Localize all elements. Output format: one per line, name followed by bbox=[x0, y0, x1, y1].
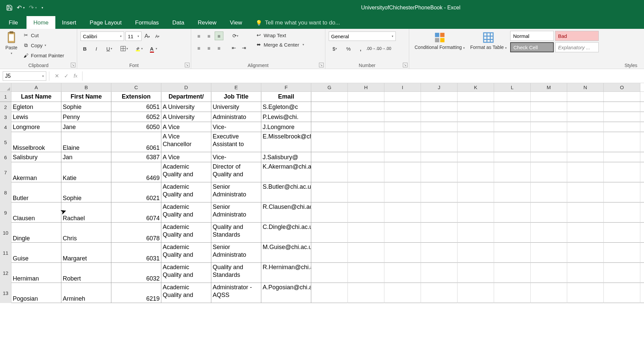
tab-review[interactable]: Review bbox=[191, 16, 223, 29]
row-header[interactable]: 6 bbox=[0, 152, 11, 162]
cell-G12[interactable] bbox=[311, 263, 348, 283]
cell-E7[interactable]: Director of Quality and bbox=[211, 162, 261, 182]
cell-L2[interactable] bbox=[494, 102, 531, 112]
orientation-button[interactable]: ⟳▾ bbox=[229, 32, 241, 40]
cell-K3[interactable] bbox=[458, 112, 494, 122]
cell-L7[interactable] bbox=[494, 162, 531, 182]
col-header-E[interactable]: E bbox=[211, 83, 261, 92]
cell-L10[interactable] bbox=[494, 223, 531, 243]
dialog-launcher-alignment[interactable]: ↘ bbox=[319, 63, 324, 67]
cell-F5[interactable]: E.Misselbrook@chi.ac.uk bbox=[261, 132, 311, 152]
style-bad[interactable]: Bad bbox=[555, 31, 599, 41]
cell-E9[interactable]: Senior Administrato bbox=[211, 202, 261, 223]
cell-K8[interactable] bbox=[458, 182, 494, 202]
cell-H8[interactable] bbox=[348, 182, 384, 202]
cell-M6[interactable] bbox=[531, 152, 567, 162]
cell-M8[interactable] bbox=[531, 182, 567, 202]
col-header-C[interactable]: C bbox=[111, 83, 161, 92]
conditional-formatting-button[interactable]: Conditional Formatting ▾ bbox=[413, 30, 467, 51]
cell-N9[interactable] bbox=[567, 202, 604, 223]
cell-K6[interactable] bbox=[458, 152, 494, 162]
cell-G10[interactable] bbox=[311, 223, 348, 243]
cell-G7[interactable] bbox=[311, 162, 348, 182]
select-all-button[interactable] bbox=[0, 83, 11, 92]
cell-B8[interactable]: Sophie bbox=[61, 182, 111, 202]
cell-J13[interactable] bbox=[421, 283, 458, 303]
cell-A4[interactable]: Longmore bbox=[11, 122, 61, 132]
align-bottom-button[interactable]: ≡ bbox=[215, 32, 223, 40]
col-header-D[interactable]: D bbox=[161, 83, 211, 92]
cell-G9[interactable] bbox=[311, 202, 348, 223]
col-header-M[interactable]: M bbox=[531, 83, 567, 92]
col-header-K[interactable]: K bbox=[458, 83, 494, 92]
cell-N5[interactable] bbox=[567, 132, 604, 152]
cell-C8[interactable]: 6021 bbox=[111, 182, 161, 202]
cell-J1[interactable] bbox=[421, 92, 458, 102]
cell-D11[interactable]: Academic Quality and bbox=[161, 243, 211, 263]
cell-B3[interactable]: Penny bbox=[61, 112, 111, 122]
style-normal[interactable]: Normal bbox=[510, 31, 554, 41]
cell-I12[interactable] bbox=[384, 263, 421, 283]
cell-I4[interactable] bbox=[384, 122, 421, 132]
cell-F7[interactable]: K.Akerman@chi.ac.uk bbox=[261, 162, 311, 182]
cell-N8[interactable] bbox=[567, 182, 604, 202]
comma-format-button[interactable]: , bbox=[356, 44, 365, 53]
cell-D7[interactable]: Academic Quality and bbox=[161, 162, 211, 182]
row-header[interactable]: 13 bbox=[0, 283, 11, 303]
cell-H9[interactable] bbox=[348, 202, 384, 223]
cell-C1[interactable]: Extension bbox=[111, 92, 161, 102]
cell-J11[interactable] bbox=[421, 243, 458, 263]
cell-J8[interactable] bbox=[421, 182, 458, 202]
copy-button[interactable]: ⧉Copy▾ bbox=[21, 42, 65, 49]
format-as-table-button[interactable]: Format as Table ▾ bbox=[468, 30, 509, 51]
cell-E4[interactable]: Vice- bbox=[211, 122, 261, 132]
tab-home[interactable]: Home bbox=[26, 16, 55, 29]
col-header-O[interactable]: O bbox=[604, 83, 640, 92]
cell-O11[interactable] bbox=[604, 243, 640, 263]
cell-M5[interactable] bbox=[531, 132, 567, 152]
cell-I6[interactable] bbox=[384, 152, 421, 162]
cell-L9[interactable] bbox=[494, 202, 531, 223]
row-header[interactable]: 2 bbox=[0, 102, 11, 112]
row-header[interactable]: 5 bbox=[0, 132, 11, 152]
cell-F11[interactable]: M.Guise@chi.ac.uk bbox=[261, 243, 311, 263]
cell-M11[interactable] bbox=[531, 243, 567, 263]
cell-M12[interactable] bbox=[531, 263, 567, 283]
cell-G4[interactable] bbox=[311, 122, 348, 132]
cell-N4[interactable] bbox=[567, 122, 604, 132]
fill-color-button[interactable]: ▾ bbox=[133, 44, 145, 53]
accounting-format-button[interactable]: $▾ bbox=[329, 44, 341, 53]
cell-F2[interactable]: S.Egleton@c bbox=[261, 102, 311, 112]
cell-B11[interactable]: Margaret bbox=[61, 243, 111, 263]
cell-G5[interactable] bbox=[311, 132, 348, 152]
cell-D8[interactable]: Academic Quality and bbox=[161, 182, 211, 202]
align-middle-button[interactable]: ≡ bbox=[205, 32, 213, 40]
cell-J6[interactable] bbox=[421, 152, 458, 162]
redo-button[interactable]: ↷▾ bbox=[29, 4, 37, 11]
percent-format-button[interactable]: % bbox=[344, 44, 353, 53]
cell-G6[interactable] bbox=[311, 152, 348, 162]
cell-H13[interactable] bbox=[348, 283, 384, 303]
cell-G1[interactable] bbox=[311, 92, 348, 102]
cell-J2[interactable] bbox=[421, 102, 458, 112]
cell-B9[interactable]: Rachael bbox=[61, 202, 111, 223]
cell-A10[interactable]: Dingle bbox=[11, 223, 61, 243]
cell-H1[interactable] bbox=[348, 92, 384, 102]
cell-E13[interactable]: Administrator - AQSS bbox=[211, 283, 261, 303]
cell-O7[interactable] bbox=[604, 162, 640, 182]
cell-D5[interactable]: A Vice Chancellor bbox=[161, 132, 211, 152]
cell-O10[interactable] bbox=[604, 223, 640, 243]
cell-D12[interactable]: Academic Quality and bbox=[161, 263, 211, 283]
cell-E10[interactable]: Quality and Standards bbox=[211, 223, 261, 243]
row-header[interactable]: 10 bbox=[0, 223, 11, 243]
cell-I11[interactable] bbox=[384, 243, 421, 263]
cell-C10[interactable]: 6078 bbox=[111, 223, 161, 243]
cell-D13[interactable]: Academic Quality and bbox=[161, 283, 211, 303]
decrease-decimal-button[interactable]: .0→.00 bbox=[380, 44, 389, 53]
dialog-launcher-number[interactable]: ↘ bbox=[403, 63, 408, 67]
paste-button[interactable]: Paste ▾ bbox=[3, 30, 19, 56]
cell-D6[interactable]: A Vice bbox=[161, 152, 211, 162]
grow-font-button[interactable]: A▴ bbox=[143, 32, 152, 41]
cell-B10[interactable]: Chris bbox=[61, 223, 111, 243]
row-header[interactable]: 8 bbox=[0, 182, 11, 202]
